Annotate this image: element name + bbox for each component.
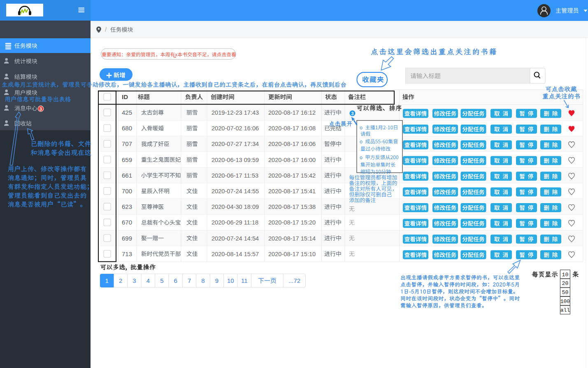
svg-text:all: all xyxy=(560,307,570,313)
svg-text:2020-08-17 15:42: 2020-08-17 15:42 xyxy=(268,172,316,179)
svg-text:8: 8 xyxy=(201,277,205,284)
svg-text:670: 670 xyxy=(122,219,132,226)
svg-text:623: 623 xyxy=(122,203,132,210)
svg-text:2019-12-23 17:43: 2019-12-23 17:43 xyxy=(211,109,259,116)
svg-text:425: 425 xyxy=(122,109,132,116)
svg-text:...72: ...72 xyxy=(288,277,300,284)
svg-text:2020-08-17 16:06: 2020-08-17 16:06 xyxy=(268,141,316,147)
svg-text:680: 680 xyxy=(122,125,132,132)
svg-text:2020-08-17 15:41: 2020-08-17 15:41 xyxy=(268,188,316,194)
svg-text:659: 659 xyxy=(122,156,132,163)
svg-text:661: 661 xyxy=(122,172,132,179)
svg-text:5: 5 xyxy=(160,277,163,284)
svg-text:10: 10 xyxy=(562,272,569,278)
svg-text:3: 3 xyxy=(351,111,353,116)
svg-text:50: 50 xyxy=(562,289,569,296)
svg-text:6: 6 xyxy=(174,277,177,284)
svg-text:2020-08-17 15:10: 2020-08-17 15:10 xyxy=(268,251,316,257)
svg-text:2020-06-29 11:18: 2020-06-29 11:18 xyxy=(211,219,258,226)
svg-text:713: 713 xyxy=(122,250,132,257)
svg-text:100: 100 xyxy=(560,299,570,305)
svg-text:3: 3 xyxy=(132,277,136,284)
svg-text:7: 7 xyxy=(188,277,191,284)
svg-text:2020-08-17 15:20: 2020-08-17 15:20 xyxy=(268,219,316,226)
svg-text:2020-08-17 16:08: 2020-08-17 16:08 xyxy=(268,125,316,132)
svg-text:2020-07-27 17:34: 2020-07-27 17:34 xyxy=(211,141,259,147)
svg-text:699: 699 xyxy=(122,235,132,242)
svg-text:2020-08-17 16:00: 2020-08-17 16:00 xyxy=(268,157,316,163)
svg-text:20: 20 xyxy=(562,280,569,287)
svg-text:2: 2 xyxy=(119,277,122,284)
svg-text:2020-07-24 14:54: 2020-07-24 14:54 xyxy=(211,235,259,242)
svg-text:10: 10 xyxy=(227,277,234,284)
svg-text:2020-04-30 18:09: 2020-04-30 18:09 xyxy=(211,204,259,210)
svg-text:2020-06-17 11:53: 2020-06-17 11:53 xyxy=(211,172,258,179)
svg-text:2020-08-17 16:12: 2020-08-17 16:12 xyxy=(268,109,316,116)
svg-text:4: 4 xyxy=(146,277,150,284)
svg-text:9: 9 xyxy=(215,277,218,284)
svg-text:2020-06-13 09:59: 2020-06-13 09:59 xyxy=(211,157,259,163)
svg-text:2020-08-17 15:14: 2020-08-17 15:14 xyxy=(268,235,316,242)
svg-text:2020-08-14 15:57: 2020-08-14 15:57 xyxy=(211,251,259,257)
svg-text:3: 3 xyxy=(40,106,42,111)
svg-text:11: 11 xyxy=(241,277,248,284)
svg-text:ID: ID xyxy=(122,93,128,100)
svg-text:2020-07-02 16:06: 2020-07-02 16:06 xyxy=(211,125,259,132)
svg-text:2020-07-24 14:55: 2020-07-24 14:55 xyxy=(211,188,259,194)
svg-text:1: 1 xyxy=(105,277,109,284)
svg-text:700: 700 xyxy=(122,187,132,194)
svg-text:2020-08-17 15:38: 2020-08-17 15:38 xyxy=(268,204,316,210)
svg-text:707: 707 xyxy=(122,140,132,147)
